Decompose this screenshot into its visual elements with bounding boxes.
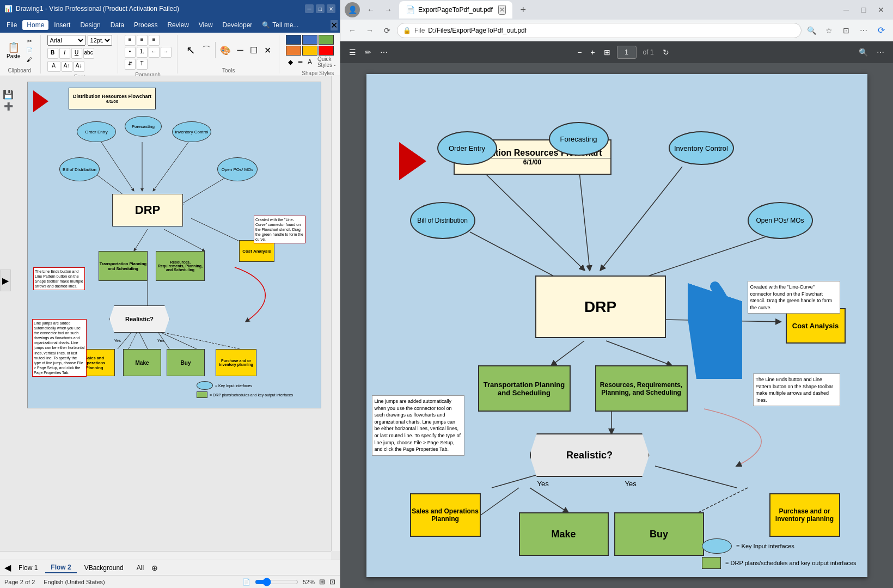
zoom-slider[interactable] [255,578,298,586]
pdf-more-tools-button[interactable]: ⋯ [874,46,886,59]
restore-button[interactable]: □ [316,4,325,13]
font-color-button[interactable]: A [47,61,60,72]
menu-view[interactable]: View [194,20,217,30]
menu-file[interactable]: File [2,20,21,30]
new-tab-button[interactable]: + [516,2,531,17]
url-bar[interactable]: 🔒 File D:/Files/ExportPageToPdf_out.pdf [397,23,802,38]
underline-button[interactable]: U [71,48,82,59]
font-select[interactable]: Arial [47,35,85,46]
pdf-content-area[interactable]: Distribution Resources Flowchart 6/1/00 … [340,63,893,588]
zoom-browser-button[interactable]: 🔍 [804,23,819,38]
pdf-zoom-out-button[interactable]: − [575,46,584,59]
fit-width-button[interactable]: ⊡ [329,578,335,586]
line-button[interactable]: ─ [235,44,246,56]
reload-button[interactable]: ⟳ [380,23,395,38]
pdf-realistic-node: Realistic? [530,433,650,477]
bullet-list-button[interactable]: • [125,47,136,58]
sidebar-expand-button[interactable]: ▶ [0,270,11,291]
decrease-indent-button[interactable]: ← [149,47,160,58]
menu-developer[interactable]: Developer [218,20,257,30]
browser-restore-button[interactable]: □ [856,2,871,17]
align-left-button[interactable]: ≡ [125,35,136,46]
pdf-more-button[interactable]: ⋯ [378,46,390,59]
connector-tool-button[interactable]: ⌒ [200,44,213,57]
close-button[interactable]: ✕ [327,4,335,13]
scroll-tabs-left-button[interactable]: ◀ [4,562,11,573]
shadow-button[interactable]: ☐ [248,44,260,57]
tab-close-button[interactable]: ✕ [498,5,506,15]
browser-extension-button[interactable]: ⟳ [873,23,889,38]
cost-analysis-label: Cost Analysis [242,249,271,254]
menu-insert[interactable]: Insert [50,20,75,30]
more-browser-button[interactable]: ⋯ [856,23,871,38]
menu-process[interactable]: Process [130,20,162,30]
minimize-button[interactable]: ─ [305,4,314,13]
add-shape-button[interactable]: ➕ [4,102,13,111]
pdf-fit-button[interactable]: ⊞ [602,46,613,59]
increase-indent-button[interactable]: → [161,47,172,58]
increase-font-button[interactable]: A↑ [62,61,72,72]
svg-line-20 [552,341,584,365]
pdf-sidebar-toggle[interactable]: ☰ [347,46,358,59]
tab-flow2[interactable]: Flow 2 [45,562,76,573]
style-swatch-3[interactable] [319,35,334,45]
style-swatch-5[interactable] [302,46,317,56]
italic-button[interactable]: I [59,48,70,59]
style-swatch-1[interactable] [286,35,301,45]
bookmark-button[interactable]: ☆ [821,23,836,38]
decrease-font-button[interactable]: A↓ [74,61,84,72]
fit-page-button[interactable]: ⊞ [319,578,325,586]
style-swatch-4[interactable] [286,46,301,56]
pdf-page-input[interactable] [617,46,637,59]
font-size-select[interactable]: 12pt. [88,35,112,46]
browser-back-button[interactable]: ← [363,2,378,17]
browser-close-button[interactable]: ✕ [873,2,889,17]
style-swatch-6[interactable] [319,46,334,56]
tab-all[interactable]: All [131,563,149,573]
tab-vbackground[interactable]: VBackground [79,563,129,573]
menu-design[interactable]: Design [76,20,105,30]
copy-button[interactable]: 📄 [24,46,35,54]
save-quick-button[interactable]: 💾 [3,89,14,100]
strikethrough-button[interactable]: abc [83,48,94,59]
browser-minimize-button[interactable]: ─ [839,2,854,17]
menu-tellme[interactable]: 🔍 Tell me... [258,20,303,30]
paste-button[interactable]: 📋 Paste [4,40,23,60]
style-swatch-2[interactable] [302,35,317,45]
browser-profile-icon[interactable]: 👤 [345,2,360,17]
pointer-tool-button[interactable]: ↖ [184,42,198,58]
fill-shape-button[interactable]: ◆ [286,57,295,67]
browser-forward-button[interactable]: → [381,2,396,17]
format-painter-button[interactable]: 🖌 [24,56,35,64]
browser-tab[interactable]: 📄 ExportPageToPdf_out.pdf ✕ [399,1,512,19]
align-right-button[interactable]: ≡ [149,35,160,46]
tab-flow1[interactable]: Flow 1 [13,563,43,573]
nav-forward-button[interactable]: → [362,23,377,38]
pdf-purchase-label: Purchase and or inventory planning [770,507,839,523]
menu-data[interactable]: Data [106,20,129,30]
visio-scrollbar-horizontal[interactable] [0,551,331,560]
container-button[interactable]: ⊡ [839,23,854,38]
fill-button[interactable]: 🎨 [218,44,233,57]
visio-diagram-canvas[interactable]: Distribution Resources Flowchart 6/1/00 … [27,82,321,408]
delete-format-button[interactable]: ✕ [262,44,273,57]
cut-button[interactable]: ✂ [24,37,35,45]
pdf-rotate-button[interactable]: ↻ [660,46,671,59]
numbered-list-button[interactable]: 1. [137,47,148,58]
page-view-button[interactable]: 📄 [242,578,250,586]
ribbon-close-button[interactable]: ✕ [331,20,338,30]
text-direction-button[interactable]: ⇵ [125,59,136,70]
bold-button[interactable]: B [47,48,58,59]
add-page-button[interactable]: ⊕ [151,564,158,572]
pdf-search-button[interactable]: 🔍 [857,46,870,59]
pdf-draw-button[interactable]: ✏ [363,46,374,59]
visio-scrollbar-vertical[interactable] [331,76,340,551]
align-center-button[interactable]: ≡ [137,35,148,46]
line-style-button[interactable]: ━ [296,57,304,67]
menu-review[interactable]: Review [163,20,193,30]
text-block-button[interactable]: T [137,59,148,70]
pdf-zoom-in-button[interactable]: + [589,46,597,59]
nav-back-button[interactable]: ← [345,23,360,38]
menu-home[interactable]: Home [22,20,48,30]
effects-button[interactable]: A [305,57,314,67]
